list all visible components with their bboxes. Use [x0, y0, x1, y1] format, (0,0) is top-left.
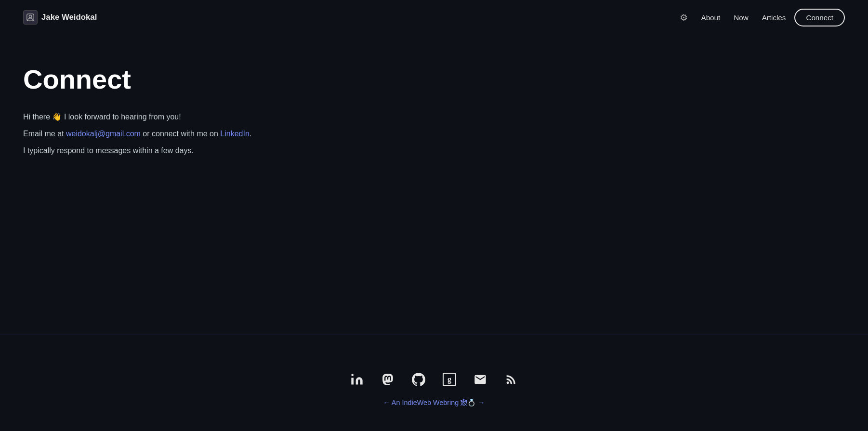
github-icon[interactable]	[408, 369, 429, 390]
nav-right: ⚙ About Now Articles Connect	[675, 9, 845, 26]
navbar: Jake Weidokal ⚙ About Now Articles Conne…	[0, 0, 868, 35]
main-content: Connect Hi there 👋 I look forward to hea…	[0, 35, 434, 315]
page-title: Connect	[23, 64, 410, 95]
intro-paragraph: Hi there 👋 I look forward to hearing fro…	[23, 110, 410, 123]
email-icon[interactable]	[470, 369, 491, 390]
nav-link-articles[interactable]: Articles	[757, 11, 791, 25]
nav-connect-button[interactable]: Connect	[794, 9, 845, 26]
response-paragraph: I typically respond to messages within a…	[23, 144, 410, 157]
contact-paragraph: Email me at weidokalj@gmail.com or conne…	[23, 127, 410, 140]
footer: g ← An IndieWeb Webring 🕸💍 →	[0, 354, 868, 431]
nav-link-now[interactable]: Now	[729, 11, 753, 25]
email-link[interactable]: weidokalj@gmail.com	[66, 130, 141, 138]
brand-link[interactable]: Jake Weidokal	[23, 10, 97, 25]
mastodon-icon[interactable]	[377, 369, 398, 390]
gear-icon[interactable]: ⚙	[675, 9, 693, 26]
goodreads-icon[interactable]: g	[439, 369, 460, 390]
indieweb-webring-link[interactable]: ← An IndieWeb Webring 🕸💍 →	[383, 399, 485, 407]
social-icons-row: g	[346, 369, 522, 390]
section-divider	[0, 335, 868, 335]
nav-link-about[interactable]: About	[697, 11, 725, 25]
svg-point-1	[29, 15, 31, 18]
nav-left: Jake Weidokal	[23, 10, 97, 25]
rss-icon[interactable]	[500, 369, 522, 390]
linkedin-icon[interactable]	[346, 369, 368, 390]
brand-avatar	[23, 10, 38, 25]
linkedin-link[interactable]: LinkedIn	[220, 130, 250, 138]
